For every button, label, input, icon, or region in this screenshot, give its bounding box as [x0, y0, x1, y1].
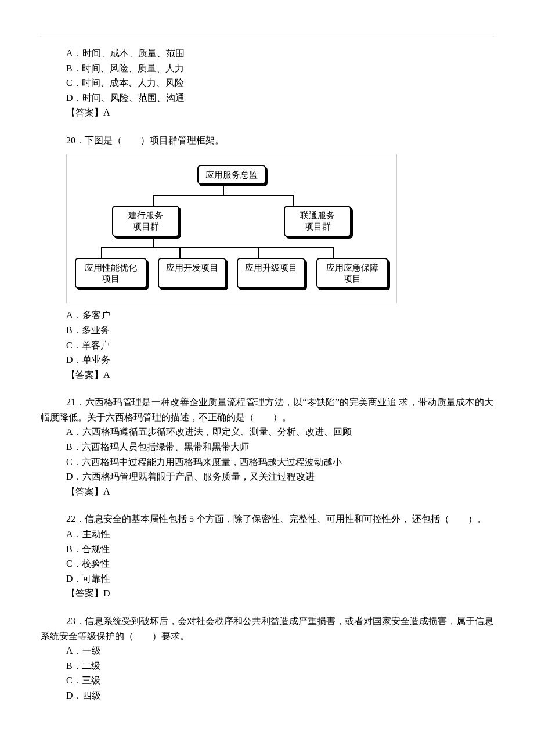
question-stem: 20．下图是（ ）项目群管理框架。 [41, 133, 493, 148]
answer: 【答案】A [41, 368, 493, 383]
node-mid-left: 建行服务 项目群 [112, 206, 179, 237]
answer: 【答案】D [41, 586, 493, 601]
question-21: 21．六西格玛管理是一种改善企业质量流程管理方法，以“零缺陷”的完美商业追 求，… [41, 395, 493, 499]
node-leaf-4: 应用应急保障 项目 [316, 258, 388, 289]
question-23: 23．信息系统受到破坏后，会对社会秩序和公共利益造成严重损害，或者对国家安全造成… [41, 614, 493, 703]
option-c: C．时间、成本、人力、风险 [41, 75, 493, 91]
page-top-rule [41, 35, 493, 35]
node-leaf-2: 应用开发项目 [158, 258, 226, 289]
option-b: B．多业务 [41, 323, 493, 338]
question-22: 22．信息安全的基本属性包括 5 个方面，除了保密性、完整性、可用性和可控性外，… [41, 512, 493, 601]
question-20: 20．下图是（ ）项目群管理框架。 应用服务总监 建行服务 项目群 [41, 133, 493, 382]
question-stem: 21．六西格玛管理是一种改善企业质量流程管理方法，以“零缺陷”的完美商业追 求，… [41, 395, 493, 424]
node-leaf-1: 应用性能优化 项目 [75, 258, 147, 289]
question-stem: 22．信息安全的基本属性包括 5 个方面，除了保密性、完整性、可用性和可控性外，… [41, 512, 493, 527]
option-b: B．六西格玛人员包括绿带、黑带和黑带大师 [41, 440, 493, 455]
option-d: D．单业务 [41, 352, 493, 368]
node-leaf-3: 应用升级项目 [237, 258, 305, 289]
option-d: D．可靠性 [41, 571, 493, 586]
option-c: C．单客户 [41, 338, 493, 353]
answer: 【答案】A [41, 484, 493, 499]
diagram-row-mid: 建行服务 项目群 联通服务 项目群 [75, 206, 388, 237]
question-stem: 23．信息系统受到破坏后，会对社会秩序和公共利益造成严重损害，或者对国家安全造成… [41, 614, 493, 643]
node-mid-right: 联通服务 项目群 [284, 206, 351, 237]
option-c: C．三级 [41, 673, 493, 688]
option-c: C．六西格玛中过程能力用西格玛来度量，西格玛越大过程波动越小 [41, 455, 493, 470]
option-b: B．二级 [41, 658, 493, 674]
option-d: D．六西格玛管理既着眼于产品、服务质量，又关注过程改进 [41, 469, 493, 484]
option-a: A．六西格玛遵循五步循环改进法，即定义、测量、分析、改进、回顾 [41, 424, 493, 440]
answer: 【答案】A [41, 105, 493, 120]
question-19-tail: A．时间、成本、质量、范围 B．时间、风险、质量、人力 C．时间、成本、人力、风… [41, 46, 493, 120]
diagram-row-top: 应用服务总监 [75, 165, 388, 185]
option-a: A．主动性 [41, 527, 493, 542]
option-a: A．一级 [41, 643, 493, 658]
page: A．时间、成本、质量、范围 B．时间、风险、质量、人力 C．时间、成本、人力、风… [0, 0, 534, 756]
diagram-row-leaf: 应用性能优化 项目 应用开发项目 应用升级项目 应用应急保障 项目 [75, 258, 388, 289]
option-a: A．时间、成本、质量、范围 [41, 46, 493, 61]
option-b: B．合规性 [41, 542, 493, 557]
org-chart-diagram: 应用服务总监 建行服务 项目群 联通服务 项目群 应用性能优化 项目 应用开发项… [66, 154, 397, 304]
option-a: A．多客户 [41, 308, 493, 323]
option-c: C．校验性 [41, 556, 493, 571]
option-b: B．时间、风险、质量、人力 [41, 61, 493, 76]
option-d: D．四级 [41, 688, 493, 703]
node-top: 应用服务总监 [197, 165, 266, 185]
option-d: D．时间、风险、范围、沟通 [41, 91, 493, 106]
